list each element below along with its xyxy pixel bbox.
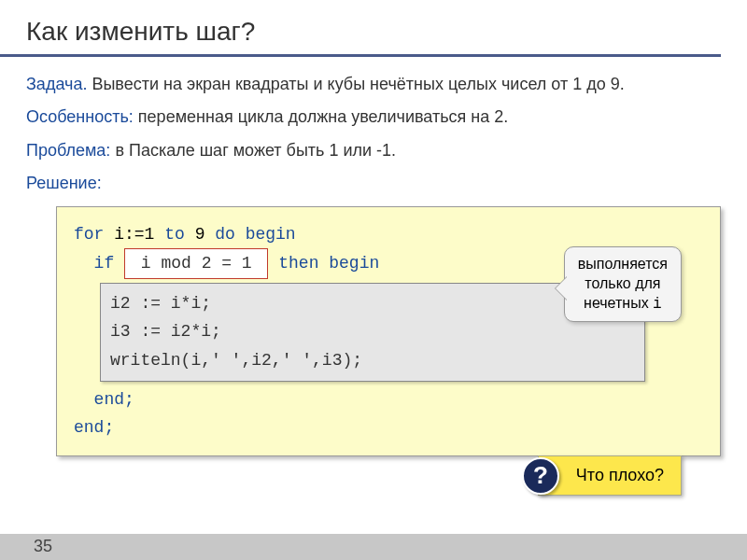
code-line-2: if i mod 2 = 1 then begin: [74, 248, 645, 279]
task-text: Вывести на экран квадраты и кубы нечётны…: [87, 75, 624, 93]
problem-para: Проблема: в Паскале шаг может быть 1 или…: [26, 140, 721, 161]
slide: Как изменить шаг? Задача. Вывести на экр…: [0, 0, 747, 560]
callout-line-3: нечетных i: [578, 294, 668, 315]
solution-label: Решение:: [26, 173, 721, 194]
footer-bar: [0, 534, 747, 560]
slide-title: Как изменить шаг?: [0, 0, 721, 57]
callout-line-2: только для: [578, 274, 668, 294]
code-block: for i:=1 to 9 do begin if i mod 2 = 1 th…: [56, 206, 721, 456]
feature-para: Особенность: переменная цикла должна уве…: [26, 106, 721, 128]
problem-label: Проблема:: [26, 141, 110, 160]
code-line-3: end;: [74, 385, 645, 414]
question-mark-icon: ?: [522, 457, 559, 495]
code-line-1: for i:=1 to 9 do begin: [74, 220, 645, 249]
page-number: 35: [34, 537, 52, 556]
task-para: Задача. Вывести на экран квадраты и кубы…: [26, 74, 721, 95]
problem-text: в Паскале шаг может быть 1 или -1.: [110, 141, 396, 160]
callout-line-1: выполняется: [578, 255, 668, 274]
callout-odd: выполняется только для нечетных i: [564, 246, 682, 322]
callout-bottom-text: Что плохо?: [576, 466, 664, 484]
condition-box: i mod 2 = 1: [124, 248, 268, 279]
task-label: Задача.: [26, 75, 87, 93]
content-area: Задача. Вывести на экран квадраты и кубы…: [0, 57, 747, 195]
feature-label: Особенность:: [26, 107, 134, 126]
code-line-4: end;: [74, 413, 645, 442]
callout-whats-wrong: ? Что плохо?: [538, 455, 682, 496]
feature-text: переменная цикла должна увеличиваться на…: [134, 107, 508, 126]
